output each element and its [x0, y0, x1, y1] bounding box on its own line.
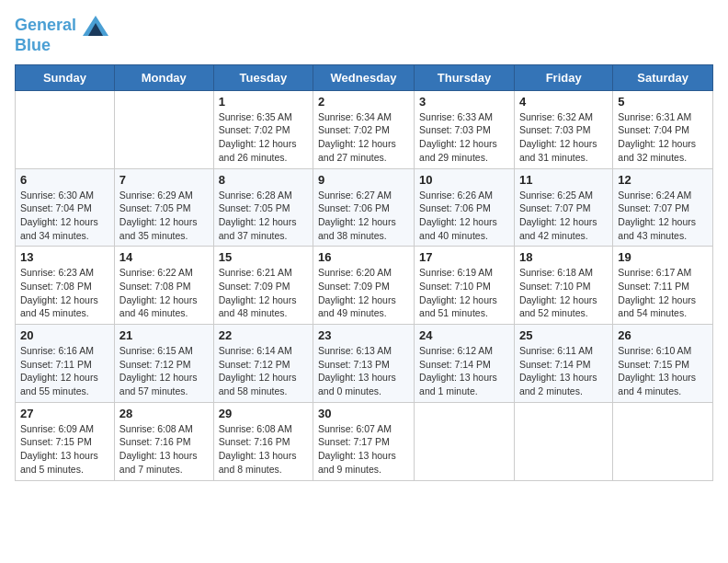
- day-info: Sunrise: 6:34 AM Sunset: 7:02 PM Dayligh…: [318, 110, 409, 165]
- day-number: 18: [519, 250, 608, 264]
- calendar-day-cell: 30Sunrise: 6:07 AM Sunset: 7:17 PM Dayli…: [313, 402, 415, 480]
- calendar-week-row: 6Sunrise: 6:30 AM Sunset: 7:04 PM Daylig…: [16, 168, 713, 247]
- day-number: 14: [119, 250, 209, 264]
- day-info: Sunrise: 6:12 AM Sunset: 7:14 PM Dayligh…: [419, 344, 509, 398]
- day-info: Sunrise: 6:08 AM Sunset: 7:16 PM Dayligh…: [219, 422, 308, 477]
- day-info: Sunrise: 6:30 AM Sunset: 7:04 PM Dayligh…: [20, 189, 109, 243]
- calendar-day-cell: 27Sunrise: 6:09 AM Sunset: 7:15 PM Dayli…: [16, 402, 115, 480]
- day-number: 16: [318, 250, 409, 264]
- calendar-day-cell: 13Sunrise: 6:23 AM Sunset: 7:08 PM Dayli…: [16, 247, 115, 325]
- calendar-day-cell: 5Sunrise: 6:31 AM Sunset: 7:04 PM Daylig…: [613, 90, 713, 168]
- calendar-day-cell: 3Sunrise: 6:33 AM Sunset: 7:03 PM Daylig…: [415, 90, 515, 168]
- day-number: 29: [219, 407, 308, 420]
- day-number: 2: [318, 95, 409, 109]
- calendar-day-cell: 11Sunrise: 6:25 AM Sunset: 7:07 PM Dayli…: [514, 168, 612, 247]
- day-info: Sunrise: 6:31 AM Sunset: 7:04 PM Dayligh…: [618, 110, 708, 165]
- weekday-header-cell: Friday: [514, 64, 612, 90]
- calendar-day-cell: 12Sunrise: 6:24 AM Sunset: 7:07 PM Dayli…: [613, 168, 713, 247]
- day-number: 5: [618, 95, 708, 109]
- calendar-day-cell: 24Sunrise: 6:12 AM Sunset: 7:14 PM Dayli…: [415, 325, 515, 403]
- day-info: Sunrise: 6:17 AM Sunset: 7:11 PM Dayligh…: [618, 266, 708, 320]
- day-info: Sunrise: 6:33 AM Sunset: 7:03 PM Dayligh…: [419, 110, 509, 165]
- day-info: Sunrise: 6:27 AM Sunset: 7:06 PM Dayligh…: [318, 189, 409, 243]
- day-number: 3: [419, 95, 509, 109]
- weekday-header-row: SundayMondayTuesdayWednesdayThursdayFrid…: [16, 64, 713, 90]
- day-info: Sunrise: 6:13 AM Sunset: 7:13 PM Dayligh…: [318, 344, 409, 398]
- calendar-table: SundayMondayTuesdayWednesdayThursdayFrid…: [15, 64, 713, 481]
- calendar-day-cell: 25Sunrise: 6:11 AM Sunset: 7:14 PM Dayli…: [514, 325, 612, 403]
- day-number: 9: [318, 173, 409, 187]
- day-number: 4: [519, 95, 608, 109]
- day-info: Sunrise: 6:18 AM Sunset: 7:10 PM Dayligh…: [519, 266, 608, 320]
- calendar-day-cell: 20Sunrise: 6:16 AM Sunset: 7:11 PM Dayli…: [16, 325, 115, 403]
- calendar-day-cell: 9Sunrise: 6:27 AM Sunset: 7:06 PM Daylig…: [313, 168, 415, 247]
- day-info: Sunrise: 6:19 AM Sunset: 7:10 PM Dayligh…: [419, 266, 509, 320]
- day-info: Sunrise: 6:21 AM Sunset: 7:09 PM Dayligh…: [219, 266, 308, 320]
- calendar-day-cell: 23Sunrise: 6:13 AM Sunset: 7:13 PM Dayli…: [313, 325, 415, 403]
- day-number: 17: [419, 250, 509, 264]
- day-info: Sunrise: 6:22 AM Sunset: 7:08 PM Dayligh…: [119, 266, 209, 320]
- logo: General Blue: [15, 15, 108, 55]
- calendar-day-cell: [514, 402, 612, 480]
- calendar-day-cell: 7Sunrise: 6:29 AM Sunset: 7:05 PM Daylig…: [114, 168, 213, 247]
- weekday-header-cell: Wednesday: [313, 64, 415, 90]
- weekday-header-cell: Sunday: [16, 64, 115, 90]
- calendar-day-cell: 17Sunrise: 6:19 AM Sunset: 7:10 PM Dayli…: [415, 247, 515, 325]
- day-number: 23: [318, 328, 409, 342]
- day-number: 24: [419, 328, 509, 342]
- day-info: Sunrise: 6:28 AM Sunset: 7:05 PM Dayligh…: [219, 189, 308, 243]
- weekday-header-cell: Saturday: [613, 64, 713, 90]
- day-number: 25: [519, 328, 608, 342]
- day-info: Sunrise: 6:08 AM Sunset: 7:16 PM Dayligh…: [119, 422, 209, 477]
- calendar-day-cell: 2Sunrise: 6:34 AM Sunset: 7:02 PM Daylig…: [313, 90, 415, 168]
- day-number: 19: [618, 250, 708, 264]
- day-info: Sunrise: 6:07 AM Sunset: 7:17 PM Dayligh…: [318, 422, 409, 477]
- calendar-day-cell: 29Sunrise: 6:08 AM Sunset: 7:16 PM Dayli…: [213, 402, 313, 480]
- day-info: Sunrise: 6:23 AM Sunset: 7:08 PM Dayligh…: [20, 266, 109, 320]
- day-number: 7: [119, 173, 209, 187]
- weekday-header-cell: Thursday: [415, 64, 515, 90]
- weekday-header-cell: Monday: [114, 64, 213, 90]
- calendar-week-row: 1Sunrise: 6:35 AM Sunset: 7:02 PM Daylig…: [16, 90, 713, 168]
- day-number: 30: [318, 407, 409, 420]
- calendar-day-cell: 21Sunrise: 6:15 AM Sunset: 7:12 PM Dayli…: [114, 325, 213, 403]
- calendar-day-cell: [415, 402, 515, 480]
- day-info: Sunrise: 6:16 AM Sunset: 7:11 PM Dayligh…: [20, 344, 109, 398]
- calendar-day-cell: [16, 90, 115, 168]
- day-number: 13: [20, 250, 109, 264]
- calendar-day-cell: 18Sunrise: 6:18 AM Sunset: 7:10 PM Dayli…: [514, 247, 612, 325]
- day-info: Sunrise: 6:14 AM Sunset: 7:12 PM Dayligh…: [219, 344, 308, 398]
- calendar-day-cell: 19Sunrise: 6:17 AM Sunset: 7:11 PM Dayli…: [613, 247, 713, 325]
- day-number: 8: [219, 173, 308, 187]
- calendar-day-cell: 4Sunrise: 6:32 AM Sunset: 7:03 PM Daylig…: [514, 90, 612, 168]
- day-info: Sunrise: 6:32 AM Sunset: 7:03 PM Dayligh…: [519, 110, 608, 165]
- calendar-day-cell: [613, 402, 713, 480]
- day-number: 15: [219, 250, 308, 264]
- day-info: Sunrise: 6:15 AM Sunset: 7:12 PM Dayligh…: [119, 344, 209, 398]
- calendar-week-row: 27Sunrise: 6:09 AM Sunset: 7:15 PM Dayli…: [16, 402, 713, 480]
- day-info: Sunrise: 6:24 AM Sunset: 7:07 PM Dayligh…: [618, 189, 708, 243]
- calendar-day-cell: [114, 90, 213, 168]
- day-number: 12: [618, 173, 708, 187]
- day-number: 1: [219, 95, 308, 109]
- day-number: 27: [20, 407, 109, 420]
- day-info: Sunrise: 6:29 AM Sunset: 7:05 PM Dayligh…: [119, 189, 209, 243]
- calendar-day-cell: 6Sunrise: 6:30 AM Sunset: 7:04 PM Daylig…: [16, 168, 115, 247]
- day-info: Sunrise: 6:10 AM Sunset: 7:15 PM Dayligh…: [618, 344, 708, 398]
- weekday-header-cell: Tuesday: [213, 64, 313, 90]
- day-number: 10: [419, 173, 509, 187]
- day-info: Sunrise: 6:20 AM Sunset: 7:09 PM Dayligh…: [318, 266, 409, 320]
- day-number: 6: [20, 173, 109, 187]
- day-number: 20: [20, 328, 109, 342]
- calendar-day-cell: 28Sunrise: 6:08 AM Sunset: 7:16 PM Dayli…: [114, 402, 213, 480]
- calendar-week-row: 13Sunrise: 6:23 AM Sunset: 7:08 PM Dayli…: [16, 247, 713, 325]
- logo-text2: Blue: [15, 37, 108, 55]
- calendar-day-cell: 16Sunrise: 6:20 AM Sunset: 7:09 PM Dayli…: [313, 247, 415, 325]
- day-number: 22: [219, 328, 308, 342]
- day-number: 26: [618, 328, 708, 342]
- calendar-day-cell: 15Sunrise: 6:21 AM Sunset: 7:09 PM Dayli…: [213, 247, 313, 325]
- day-number: 28: [119, 407, 209, 420]
- logo-text: General: [15, 15, 108, 37]
- calendar-day-cell: 22Sunrise: 6:14 AM Sunset: 7:12 PM Dayli…: [213, 325, 313, 403]
- day-info: Sunrise: 6:35 AM Sunset: 7:02 PM Dayligh…: [219, 110, 308, 165]
